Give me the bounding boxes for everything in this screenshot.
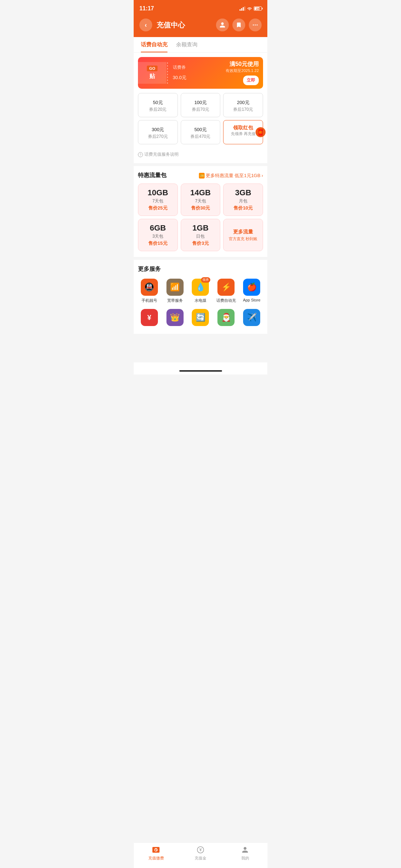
bookmark-button[interactable] bbox=[232, 19, 245, 31]
more-button[interactable] bbox=[249, 19, 262, 31]
coupon-section: GO 贴 话费券 30.0元 满50元使用 有效期至2025.1.22 立即 bbox=[134, 53, 267, 93]
service-item-auto-recharge[interactable]: ⚡ 话费自动充 bbox=[215, 279, 237, 303]
svg-rect-3 bbox=[245, 6, 246, 11]
utilities-icon: 💧 领券 bbox=[192, 279, 209, 296]
data-size: 10GB bbox=[141, 188, 175, 197]
signal-icon bbox=[240, 6, 245, 11]
coupon-condition: 满50元使用 bbox=[226, 61, 259, 68]
recharge-item-100[interactable]: 100元 券后70元 bbox=[181, 93, 221, 117]
utilities-badge: 领券 bbox=[201, 277, 210, 283]
service-note: ? 话费充值服务说明 bbox=[134, 149, 267, 163]
recharge-item-200[interactable]: 200元 券后170元 bbox=[223, 93, 263, 117]
svg-rect-2 bbox=[243, 7, 244, 11]
services-row2: ¥ 👑 🔄 🎅 ✈️ bbox=[138, 309, 263, 328]
data-size: 1GB bbox=[184, 223, 217, 233]
data-period: 月包 bbox=[226, 198, 260, 204]
data-item-3gb[interactable]: 3GB 月包 售价10元 bbox=[223, 184, 263, 216]
red-packet-sub: 先领券 再充值 bbox=[226, 131, 260, 136]
home-indicator bbox=[134, 362, 267, 374]
wifi-icon bbox=[247, 6, 252, 11]
coupon-ticket-icon: 🎫 bbox=[199, 173, 205, 179]
service-label: 水电煤 bbox=[195, 298, 206, 303]
svg-rect-0 bbox=[240, 9, 241, 11]
recharge-after: 券后270元 bbox=[141, 134, 175, 140]
service-label: 手机靓号 bbox=[142, 298, 157, 303]
coupon-middle: 话费券 30.0元 bbox=[169, 61, 222, 85]
mobile-number-icon: 🚇 bbox=[141, 279, 158, 296]
recharge-item-500[interactable]: 500元 券后470元 bbox=[181, 120, 221, 144]
santa-icon: 🎅 bbox=[217, 309, 235, 326]
coupon-banner[interactable]: GO 贴 话费券 30.0元 满50元使用 有效期至2025.1.22 立即 bbox=[138, 57, 263, 89]
chevron-right-icon: › bbox=[262, 173, 263, 178]
tab-auto-recharge[interactable]: 话费自动充 bbox=[141, 41, 168, 52]
data-item-6gb[interactable]: 6GB 3天包 售价15元 bbox=[138, 219, 178, 251]
page-title: 充值中心 bbox=[156, 20, 212, 30]
recharge-grid: 50元 券后20元 100元 券后70元 200元 券后170元 300元 券后… bbox=[134, 93, 267, 149]
red-packet-label: 领取红包 bbox=[226, 125, 260, 131]
recharge-item-300[interactable]: 300元 券后270元 bbox=[138, 120, 178, 144]
data-item-1gb[interactable]: 1GB 日包 售价3元 bbox=[181, 219, 221, 251]
data-more-title: 更多流量 bbox=[233, 229, 253, 235]
service-note-text[interactable]: 话费充值服务说明 bbox=[144, 151, 179, 157]
data-period: 7天包 bbox=[141, 198, 175, 204]
data-item-more[interactable]: 更多流量 官方直充 秒到账 bbox=[223, 219, 263, 251]
data-grid: 10GB 7天包 售价25元 14GB 7天包 售价30元 3GB 月包 售价1… bbox=[138, 184, 263, 251]
data-size: 14GB bbox=[184, 188, 217, 197]
coupon-type: 话费券 bbox=[173, 64, 217, 71]
svg-point-4 bbox=[253, 25, 254, 26]
broadband-icon: 📶 bbox=[166, 279, 184, 296]
service-item-santa[interactable]: 🎅 bbox=[215, 309, 237, 328]
recharge-item-50[interactable]: 50元 券后20元 bbox=[138, 93, 178, 117]
coupon-use-button[interactable]: 立即 bbox=[243, 76, 259, 85]
tab-balance-query[interactable]: 余额查询 bbox=[176, 41, 197, 52]
more-data-button[interactable]: 🎫 更多特惠流量 低至1元1GB › bbox=[199, 172, 263, 179]
data-size: 6GB bbox=[141, 223, 175, 233]
auto-recharge-icon: ⚡ bbox=[217, 279, 235, 296]
svg-rect-1 bbox=[241, 8, 242, 11]
crown-icon: 👑 bbox=[166, 309, 184, 326]
refresh-icon: 🔄 bbox=[192, 309, 209, 326]
data-package-section: 特惠流量包 🎫 更多特惠流量 低至1元1GB › 10GB 7天包 售价25元 … bbox=[134, 166, 267, 257]
bookmark-icon bbox=[236, 22, 242, 28]
service-item-utilities[interactable]: 💧 领券 水电煤 bbox=[189, 279, 212, 303]
service-item-yuan[interactable]: ¥ bbox=[138, 309, 161, 328]
tab-bar: 话费自动充 余额查询 bbox=[134, 37, 267, 53]
battery-icon: 28 bbox=[254, 6, 262, 11]
recharge-after: 券后470元 bbox=[184, 134, 217, 140]
status-bar: 11:17 28 bbox=[134, 0, 267, 16]
service-label: 宽带服务 bbox=[167, 298, 183, 303]
header-action-icons bbox=[216, 19, 262, 31]
header: ‹ 充值中心 bbox=[134, 16, 267, 37]
recharge-price: 200元 bbox=[226, 98, 260, 106]
user-icon bbox=[219, 22, 226, 28]
coupon-right: 满50元使用 有效期至2025.1.22 立即 bbox=[221, 57, 263, 89]
data-more-sub: 官方直充 秒到账 bbox=[229, 236, 257, 242]
yuan-icon: ¥ bbox=[141, 309, 158, 326]
status-time: 11:17 bbox=[139, 5, 154, 12]
recharge-after: 券后20元 bbox=[141, 107, 175, 113]
recharge-price: 500元 bbox=[184, 125, 217, 133]
more-services-section: 更多服务 🚇 手机靓号 📶 宽带服务 💧 领券 水电煤 ⚡ bbox=[134, 260, 267, 334]
data-period: 7天包 bbox=[184, 198, 217, 204]
recharge-price: 300元 bbox=[141, 125, 175, 133]
svg-point-6 bbox=[257, 25, 258, 26]
service-item-app-store[interactable]: 🍎 App Store bbox=[240, 279, 263, 303]
data-price: 售价30元 bbox=[184, 205, 217, 211]
status-icons: 28 bbox=[240, 6, 262, 11]
service-item-refresh[interactable]: 🔄 bbox=[189, 309, 212, 328]
recharge-item-red-packet[interactable]: 领取红包 先领券 再充值 🧧 bbox=[223, 120, 263, 144]
back-button[interactable]: ‹ bbox=[139, 19, 152, 31]
service-item-crown[interactable]: 👑 bbox=[164, 309, 186, 328]
service-item-plane[interactable]: ✈️ bbox=[240, 309, 263, 328]
section-header: 特惠流量包 🎫 更多特惠流量 低至1元1GB › bbox=[138, 172, 263, 179]
service-item-mobile-number[interactable]: 🚇 手机靓号 bbox=[138, 279, 161, 303]
data-item-10gb[interactable]: 10GB 7天包 售价25元 bbox=[138, 184, 178, 216]
data-item-14gb[interactable]: 14GB 7天包 售价30元 bbox=[181, 184, 221, 216]
plane-icon: ✈️ bbox=[243, 309, 260, 326]
home-bar bbox=[179, 370, 222, 372]
data-price: 售价25元 bbox=[141, 205, 175, 211]
service-item-broadband[interactable]: 📶 宽带服务 bbox=[164, 279, 186, 303]
user-button[interactable] bbox=[216, 19, 229, 31]
red-packet-icon: 🧧 bbox=[256, 127, 266, 137]
recharge-price: 50元 bbox=[141, 98, 175, 106]
